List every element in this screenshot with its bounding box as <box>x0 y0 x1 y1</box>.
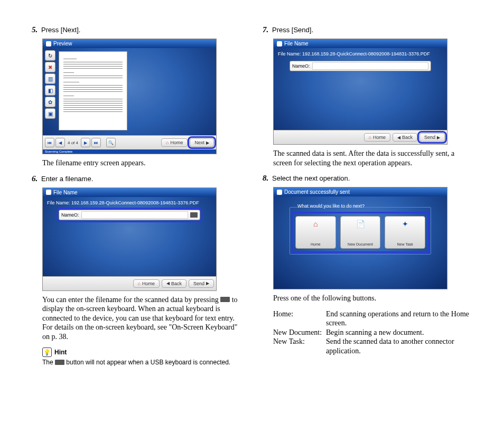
window-titlebar: File Name <box>274 39 447 48</box>
settings-icon[interactable]: ✿ <box>45 97 55 107</box>
def-desc: Begin scanning a new document. <box>326 328 472 337</box>
step-6: 6. Enter a filename. <box>32 174 241 183</box>
name-label: NameO: <box>292 63 310 69</box>
def-term: New Task: <box>273 337 326 355</box>
zoom-icon[interactable]: 🔍 <box>106 138 116 147</box>
preview-body: ↻ ✖ ▥ ◧ ✿ ▣ ————— ———— —————— — <box>43 48 216 135</box>
after-step7-text: The scanned data is sent. After the data… <box>273 149 472 167</box>
window-title: Document successfully sent <box>284 189 350 195</box>
document-preview: ————— ———— —————— ———— <box>59 51 127 130</box>
screenshot-success: Document successfully sent What would yo… <box>273 187 447 289</box>
step-number: 8. <box>263 174 272 183</box>
def-term: New Document: <box>273 328 326 337</box>
prev-page-icon[interactable]: ◀ <box>55 138 65 147</box>
home-label: Home <box>373 135 386 140</box>
home-button[interactable]: ⌂ Home <box>364 133 390 142</box>
screenshot-filename-entry: File Name File Name: 192.168.159.28-Quic… <box>42 187 217 291</box>
name-input-container: NameO: <box>59 210 200 220</box>
step-text: Press [Next]. <box>41 26 241 34</box>
next-action-buttons: ⌂ Home 📄 New Document ✦ New Task <box>294 215 426 250</box>
file-icon <box>46 190 51 195</box>
preview-footer-bar: ⏮ ◀ 4 of 4 ▶ ⏭ 🔍 ⌂ Home <box>43 135 216 149</box>
name-input[interactable] <box>312 62 428 70</box>
home-button[interactable]: ⌂ Home <box>133 279 160 288</box>
choice-newtask-button[interactable]: ✦ New Task <box>385 216 425 249</box>
page-indicator: 4 of 4 <box>66 140 80 145</box>
last-page-icon[interactable]: ⏭ <box>91 138 101 147</box>
page-icon[interactable]: ▣ <box>45 108 55 119</box>
step-text: Select the next operation. <box>272 174 472 182</box>
home-icon: ⌂ <box>138 281 141 286</box>
window-titlebar: Document successfully sent <box>274 187 447 196</box>
preview-icon <box>46 41 51 46</box>
first-page-icon[interactable]: ⏮ <box>45 138 54 147</box>
window-title: File Name <box>284 41 309 46</box>
def-new-task: New Task: Send the scanned data to anoth… <box>273 337 472 355</box>
tool-icon[interactable]: ▥ <box>45 73 55 84</box>
info-icon <box>277 190 282 195</box>
choice-newdoc-button[interactable]: 📄 New Document <box>340 216 381 249</box>
file-name-row: File Name: 192.168.159.28-QuickConnect-0… <box>274 48 447 57</box>
arrow-right-icon: ▶ <box>437 135 440 140</box>
file-name-label: File Name: <box>278 51 301 57</box>
window-title: File Name <box>53 190 78 195</box>
send-button[interactable]: Send ▶ <box>189 279 214 288</box>
def-desc: End scanning operations and return to th… <box>326 309 472 328</box>
preview-toolbar: ↻ ✖ ▥ ◧ ✿ ▣ <box>45 50 55 119</box>
file-name-value: 192.168.159.28-QuickConnect-08092008-194… <box>71 200 199 205</box>
right-column: 7. Press [Send]. File Name File Name: 19… <box>263 25 472 373</box>
name-label: NameO: <box>61 212 79 218</box>
home-icon: ⌂ <box>166 140 169 145</box>
screenshot-preview: Preview ↻ ✖ ▥ ◧ ✿ ▣ ————— ———— <box>42 39 217 154</box>
page-controls: ⏮ ◀ 4 of 4 ▶ ⏭ 🔍 <box>45 138 116 147</box>
send-label: Send <box>424 135 435 140</box>
hint-text: The button will not appear when a USB ke… <box>42 359 241 367</box>
delete-icon[interactable]: ✖ <box>45 62 55 72</box>
name-input-container: NameO: <box>290 61 431 71</box>
def-home: Home: End scanning operations and return… <box>273 309 472 328</box>
screenshot-filename-send: File Name File Name: 192.168.159.28-Quic… <box>273 39 447 145</box>
rotate-icon[interactable]: ↻ <box>45 50 55 61</box>
send-button[interactable]: Send ▶ <box>419 133 445 142</box>
next-page-icon[interactable]: ▶ <box>81 138 90 147</box>
filename-footer-bar: ⌂ Home ◀ Back Send ▶ <box>274 130 447 144</box>
home-button[interactable]: ⌂ Home <box>161 138 188 147</box>
home-icon: ⌂ <box>310 219 321 229</box>
keyboard-icon <box>220 297 230 302</box>
next-action-panel: What would you like to do next? ⌂ Home 📄… <box>290 207 431 255</box>
keyboard-icon[interactable] <box>190 212 198 218</box>
step-number: 5. <box>32 25 41 34</box>
filename-footer-bar: ⌂ Home ◀ Back Send ▶ <box>43 276 216 290</box>
filename-body: File Name: 192.168.159.28-QuickConnect-0… <box>274 48 447 130</box>
choice-label: New Document <box>348 242 373 246</box>
hint-header: 💡 Hint <box>42 348 241 357</box>
arrow-right-icon: ▶ <box>206 281 209 286</box>
after-step8-intro: Press one of the following buttons. <box>273 294 472 303</box>
def-new-document: New Document: Begin scanning a new docum… <box>273 328 472 337</box>
step-text: Enter a filename. <box>41 175 241 183</box>
def-term: Home: <box>273 309 326 328</box>
back-button[interactable]: ◀ Back <box>393 133 417 142</box>
left-column: 5. Press [Next]. Preview ↻ ✖ ▥ ◧ ✿ ▣ <box>32 25 241 373</box>
success-body: What would you like to do next? ⌂ Home 📄… <box>274 207 447 289</box>
send-label: Send <box>193 281 204 286</box>
filename-body: File Name: 192.168.159.28-QuickConnect-0… <box>43 197 216 276</box>
arrow-left-icon: ◀ <box>397 135 400 140</box>
puzzle-icon: ✦ <box>400 219 410 229</box>
name-input[interactable] <box>81 211 188 219</box>
next-action-prompt: What would you like to do next? <box>295 203 367 209</box>
manual-page: 5. Press [Next]. Preview ↻ ✖ ▥ ◧ ✿ ▣ <box>0 0 504 432</box>
choice-home-button[interactable]: ⌂ Home <box>295 216 336 249</box>
two-column-layout: 5. Press [Next]. Preview ↻ ✖ ▥ ◧ ✿ ▣ <box>32 25 472 373</box>
arrow-left-icon: ◀ <box>166 281 170 286</box>
next-button[interactable]: Next ▶ <box>190 138 214 147</box>
after-step6-text: You can enter the filename for the scann… <box>42 295 241 342</box>
step-number: 7. <box>263 25 272 34</box>
document-icon: 📄 <box>355 219 366 229</box>
tool2-icon[interactable]: ◧ <box>45 85 55 96</box>
file-icon <box>277 41 282 46</box>
hint-label: Hint <box>54 349 67 356</box>
def-desc: Send the scanned data to another connect… <box>326 337 472 355</box>
keyboard-icon <box>55 360 64 365</box>
back-button[interactable]: ◀ Back <box>162 279 186 288</box>
